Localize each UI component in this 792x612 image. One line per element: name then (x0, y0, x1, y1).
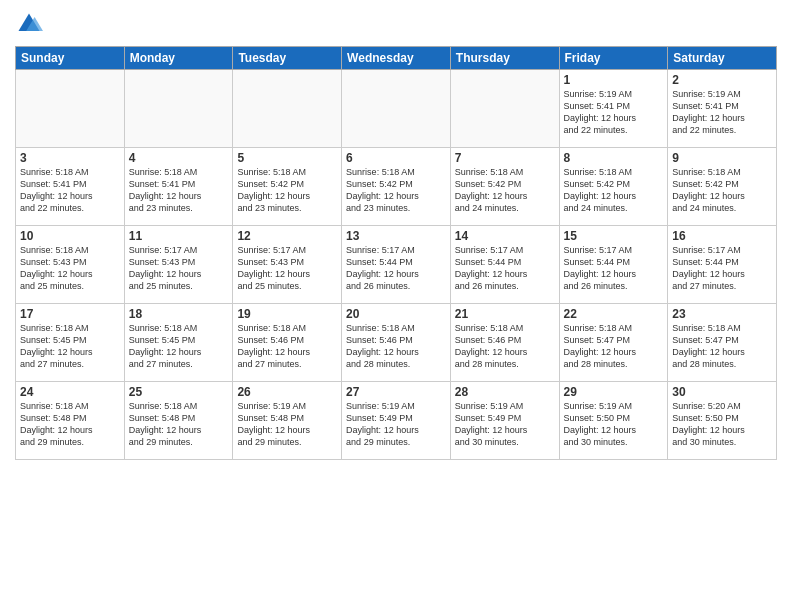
day-number: 27 (346, 385, 446, 399)
day-info: Sunrise: 5:18 AM Sunset: 5:45 PM Dayligh… (20, 322, 120, 371)
day-info: Sunrise: 5:18 AM Sunset: 5:42 PM Dayligh… (455, 166, 555, 215)
calendar-cell (450, 70, 559, 148)
week-row-5: 24Sunrise: 5:18 AM Sunset: 5:48 PM Dayli… (16, 382, 777, 460)
calendar-cell: 7Sunrise: 5:18 AM Sunset: 5:42 PM Daylig… (450, 148, 559, 226)
calendar-cell: 9Sunrise: 5:18 AM Sunset: 5:42 PM Daylig… (668, 148, 777, 226)
day-info: Sunrise: 5:18 AM Sunset: 5:43 PM Dayligh… (20, 244, 120, 293)
day-info: Sunrise: 5:18 AM Sunset: 5:41 PM Dayligh… (129, 166, 229, 215)
day-info: Sunrise: 5:19 AM Sunset: 5:49 PM Dayligh… (455, 400, 555, 449)
day-number: 18 (129, 307, 229, 321)
day-info: Sunrise: 5:18 AM Sunset: 5:46 PM Dayligh… (346, 322, 446, 371)
calendar-cell: 28Sunrise: 5:19 AM Sunset: 5:49 PM Dayli… (450, 382, 559, 460)
day-number: 2 (672, 73, 772, 87)
day-number: 19 (237, 307, 337, 321)
calendar-cell: 22Sunrise: 5:18 AM Sunset: 5:47 PM Dayli… (559, 304, 668, 382)
calendar-cell: 12Sunrise: 5:17 AM Sunset: 5:43 PM Dayli… (233, 226, 342, 304)
calendar-cell: 11Sunrise: 5:17 AM Sunset: 5:43 PM Dayli… (124, 226, 233, 304)
calendar-cell (124, 70, 233, 148)
day-number: 8 (564, 151, 664, 165)
day-number: 3 (20, 151, 120, 165)
day-info: Sunrise: 5:17 AM Sunset: 5:43 PM Dayligh… (129, 244, 229, 293)
calendar-cell: 21Sunrise: 5:18 AM Sunset: 5:46 PM Dayli… (450, 304, 559, 382)
day-info: Sunrise: 5:17 AM Sunset: 5:44 PM Dayligh… (455, 244, 555, 293)
calendar-cell: 13Sunrise: 5:17 AM Sunset: 5:44 PM Dayli… (342, 226, 451, 304)
day-number: 12 (237, 229, 337, 243)
calendar-cell: 27Sunrise: 5:19 AM Sunset: 5:49 PM Dayli… (342, 382, 451, 460)
day-number: 11 (129, 229, 229, 243)
day-number: 7 (455, 151, 555, 165)
day-info: Sunrise: 5:18 AM Sunset: 5:42 PM Dayligh… (564, 166, 664, 215)
weekday-header-sunday: Sunday (16, 47, 125, 70)
weekday-header-row: SundayMondayTuesdayWednesdayThursdayFrid… (16, 47, 777, 70)
calendar-cell: 25Sunrise: 5:18 AM Sunset: 5:48 PM Dayli… (124, 382, 233, 460)
day-number: 6 (346, 151, 446, 165)
logo-icon (15, 10, 43, 38)
week-row-4: 17Sunrise: 5:18 AM Sunset: 5:45 PM Dayli… (16, 304, 777, 382)
day-number: 21 (455, 307, 555, 321)
week-row-3: 10Sunrise: 5:18 AM Sunset: 5:43 PM Dayli… (16, 226, 777, 304)
weekday-header-thursday: Thursday (450, 47, 559, 70)
calendar-cell: 18Sunrise: 5:18 AM Sunset: 5:45 PM Dayli… (124, 304, 233, 382)
calendar-cell (342, 70, 451, 148)
day-info: Sunrise: 5:17 AM Sunset: 5:44 PM Dayligh… (346, 244, 446, 293)
day-info: Sunrise: 5:17 AM Sunset: 5:43 PM Dayligh… (237, 244, 337, 293)
calendar-cell: 8Sunrise: 5:18 AM Sunset: 5:42 PM Daylig… (559, 148, 668, 226)
week-row-2: 3Sunrise: 5:18 AM Sunset: 5:41 PM Daylig… (16, 148, 777, 226)
calendar-cell: 26Sunrise: 5:19 AM Sunset: 5:48 PM Dayli… (233, 382, 342, 460)
day-number: 26 (237, 385, 337, 399)
day-info: Sunrise: 5:18 AM Sunset: 5:47 PM Dayligh… (564, 322, 664, 371)
day-number: 22 (564, 307, 664, 321)
weekday-header-tuesday: Tuesday (233, 47, 342, 70)
day-info: Sunrise: 5:19 AM Sunset: 5:41 PM Dayligh… (672, 88, 772, 137)
day-info: Sunrise: 5:18 AM Sunset: 5:45 PM Dayligh… (129, 322, 229, 371)
calendar-cell: 6Sunrise: 5:18 AM Sunset: 5:42 PM Daylig… (342, 148, 451, 226)
calendar-cell: 23Sunrise: 5:18 AM Sunset: 5:47 PM Dayli… (668, 304, 777, 382)
calendar-cell: 24Sunrise: 5:18 AM Sunset: 5:48 PM Dayli… (16, 382, 125, 460)
weekday-header-wednesday: Wednesday (342, 47, 451, 70)
week-row-1: 1Sunrise: 5:19 AM Sunset: 5:41 PM Daylig… (16, 70, 777, 148)
day-number: 30 (672, 385, 772, 399)
weekday-header-saturday: Saturday (668, 47, 777, 70)
calendar: SundayMondayTuesdayWednesdayThursdayFrid… (15, 46, 777, 460)
page: SundayMondayTuesdayWednesdayThursdayFrid… (0, 0, 792, 612)
calendar-cell: 15Sunrise: 5:17 AM Sunset: 5:44 PM Dayli… (559, 226, 668, 304)
day-number: 14 (455, 229, 555, 243)
calendar-cell: 5Sunrise: 5:18 AM Sunset: 5:42 PM Daylig… (233, 148, 342, 226)
day-info: Sunrise: 5:18 AM Sunset: 5:42 PM Dayligh… (672, 166, 772, 215)
day-number: 1 (564, 73, 664, 87)
day-number: 10 (20, 229, 120, 243)
calendar-cell: 2Sunrise: 5:19 AM Sunset: 5:41 PM Daylig… (668, 70, 777, 148)
day-number: 17 (20, 307, 120, 321)
calendar-cell: 29Sunrise: 5:19 AM Sunset: 5:50 PM Dayli… (559, 382, 668, 460)
day-number: 20 (346, 307, 446, 321)
day-info: Sunrise: 5:18 AM Sunset: 5:42 PM Dayligh… (237, 166, 337, 215)
calendar-cell: 19Sunrise: 5:18 AM Sunset: 5:46 PM Dayli… (233, 304, 342, 382)
calendar-cell: 14Sunrise: 5:17 AM Sunset: 5:44 PM Dayli… (450, 226, 559, 304)
calendar-cell: 4Sunrise: 5:18 AM Sunset: 5:41 PM Daylig… (124, 148, 233, 226)
calendar-cell: 17Sunrise: 5:18 AM Sunset: 5:45 PM Dayli… (16, 304, 125, 382)
day-info: Sunrise: 5:19 AM Sunset: 5:50 PM Dayligh… (564, 400, 664, 449)
day-number: 29 (564, 385, 664, 399)
day-number: 23 (672, 307, 772, 321)
day-number: 4 (129, 151, 229, 165)
day-number: 24 (20, 385, 120, 399)
day-number: 16 (672, 229, 772, 243)
calendar-cell: 30Sunrise: 5:20 AM Sunset: 5:50 PM Dayli… (668, 382, 777, 460)
day-info: Sunrise: 5:17 AM Sunset: 5:44 PM Dayligh… (564, 244, 664, 293)
day-number: 28 (455, 385, 555, 399)
day-info: Sunrise: 5:18 AM Sunset: 5:47 PM Dayligh… (672, 322, 772, 371)
day-number: 13 (346, 229, 446, 243)
calendar-cell: 1Sunrise: 5:19 AM Sunset: 5:41 PM Daylig… (559, 70, 668, 148)
day-info: Sunrise: 5:18 AM Sunset: 5:46 PM Dayligh… (455, 322, 555, 371)
day-info: Sunrise: 5:18 AM Sunset: 5:42 PM Dayligh… (346, 166, 446, 215)
day-info: Sunrise: 5:19 AM Sunset: 5:49 PM Dayligh… (346, 400, 446, 449)
day-info: Sunrise: 5:20 AM Sunset: 5:50 PM Dayligh… (672, 400, 772, 449)
calendar-cell: 3Sunrise: 5:18 AM Sunset: 5:41 PM Daylig… (16, 148, 125, 226)
day-info: Sunrise: 5:18 AM Sunset: 5:48 PM Dayligh… (20, 400, 120, 449)
weekday-header-monday: Monday (124, 47, 233, 70)
calendar-cell (16, 70, 125, 148)
calendar-cell: 20Sunrise: 5:18 AM Sunset: 5:46 PM Dayli… (342, 304, 451, 382)
day-info: Sunrise: 5:17 AM Sunset: 5:44 PM Dayligh… (672, 244, 772, 293)
header (15, 10, 777, 38)
day-number: 25 (129, 385, 229, 399)
